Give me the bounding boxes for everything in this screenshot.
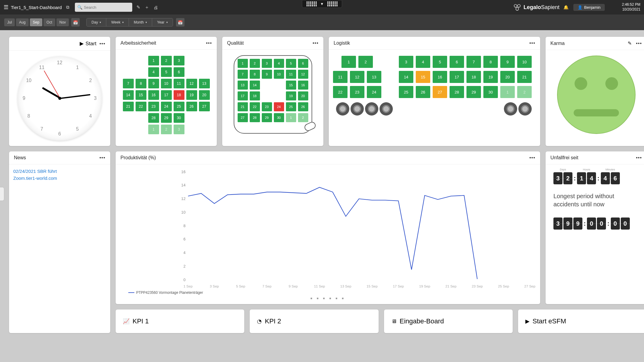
day-cell[interactable]: 13 xyxy=(199,79,210,88)
day-cell[interactable]: 18 xyxy=(250,91,260,100)
day-cell[interactable]: 10 xyxy=(161,79,172,88)
day-cell[interactable]: 16 xyxy=(148,90,159,100)
day-cell[interactable]: 16 xyxy=(298,81,308,90)
kpi-kpi-1[interactable]: 📈KPI 1 xyxy=(116,310,244,333)
day-cell[interactable]: 3 xyxy=(262,59,272,68)
day-cell[interactable]: 11 xyxy=(333,71,348,83)
day-cell[interactable]: 18 xyxy=(174,90,184,100)
card-title[interactable]: ▶ Start xyxy=(80,40,96,47)
kpi-kpi-2[interactable]: ◔KPI 2 xyxy=(250,310,378,333)
day-cell[interactable]: 30 xyxy=(483,86,498,98)
month-oct[interactable]: Oct xyxy=(43,18,55,26)
day-cell[interactable]: 9 xyxy=(262,70,272,79)
day-cell[interactable]: 17 xyxy=(238,91,248,100)
month-sep[interactable]: Sep xyxy=(30,18,42,26)
day-cell[interactable]: 1 xyxy=(238,59,248,68)
day-cell[interactable]: 29 xyxy=(262,113,272,122)
chart-pager[interactable]: ■ ■ ■ ■ ■ ■ xyxy=(120,295,536,300)
day-cell[interactable]: 4 xyxy=(148,67,159,77)
side-drawer-handle[interactable] xyxy=(0,187,4,201)
day-cell[interactable]: 1 xyxy=(148,125,159,134)
day-cell[interactable]: 24 xyxy=(274,102,284,111)
day-cell[interactable]: 17 xyxy=(450,71,464,83)
day-cell[interactable]: 1 xyxy=(286,113,296,122)
day-cell[interactable]: 27 xyxy=(238,113,248,122)
day-cell[interactable]: 25 xyxy=(174,102,184,111)
kpi-eingabe-board[interactable]: 🖥Eingabe-Board xyxy=(384,310,513,333)
day-cell[interactable]: 23 xyxy=(262,102,272,111)
day-cell[interactable]: 23 xyxy=(148,102,159,111)
card-menu-icon[interactable]: ••• xyxy=(529,155,535,160)
card-menu-icon[interactable]: ••• xyxy=(529,40,535,46)
day-cell[interactable]: 6 xyxy=(450,56,464,68)
day-cell[interactable]: 15 xyxy=(286,81,296,90)
day-cell[interactable]: 5 xyxy=(286,59,296,68)
day-cell[interactable]: 30 xyxy=(274,113,284,122)
calendar-icon[interactable]: 📅 xyxy=(176,18,184,27)
print-icon[interactable]: 🖨 xyxy=(153,5,158,10)
day-cell[interactable]: 19 xyxy=(186,90,197,100)
day-cell[interactable]: 4 xyxy=(274,59,284,68)
center-dock[interactable]: ▼ xyxy=(302,0,342,8)
day-cell[interactable]: 25 xyxy=(399,86,413,98)
day-cell[interactable]: 19 xyxy=(483,71,498,83)
day-cell[interactable]: 20 xyxy=(500,71,515,83)
day-cell[interactable]: 27 xyxy=(433,86,447,98)
day-cell[interactable]: 1 xyxy=(341,56,356,68)
day-cell[interactable]: 21 xyxy=(517,71,532,83)
day-cell[interactable]: 9 xyxy=(500,56,515,68)
day-cell[interactable]: 2 xyxy=(358,56,373,68)
day-cell[interactable]: 10 xyxy=(274,70,284,79)
day-cell[interactable]: 24 xyxy=(161,102,172,111)
month-nov[interactable]: Nov xyxy=(56,18,69,26)
day-cell[interactable]: 26 xyxy=(416,86,430,98)
search-input[interactable] xyxy=(75,3,132,12)
day-cell[interactable]: 21 xyxy=(123,102,134,111)
day-cell[interactable]: 25 xyxy=(286,102,296,111)
day-cell[interactable]: 2 xyxy=(161,56,172,65)
news-link[interactable]: 02/24/2021 SBR führt xyxy=(13,169,106,174)
calendar-icon[interactable]: 📅 xyxy=(71,18,80,27)
day-cell[interactable]: 14 xyxy=(250,81,260,90)
day-cell[interactable]: 6 xyxy=(174,67,184,77)
day-cell[interactable]: 11 xyxy=(174,79,184,88)
news-link[interactable]: Zoom.tier1-world.com xyxy=(13,176,106,181)
day-cell[interactable]: 19 xyxy=(286,91,296,100)
day-cell[interactable]: 16 xyxy=(433,71,447,83)
day-cell[interactable]: 20 xyxy=(199,90,210,100)
card-menu-icon[interactable]: ••• xyxy=(99,155,105,160)
day-cell[interactable]: 26 xyxy=(186,102,197,111)
day-cell[interactable]: 7 xyxy=(238,70,248,79)
day-cell[interactable]: 12 xyxy=(186,79,197,88)
month-aug[interactable]: Aug xyxy=(16,18,28,26)
day-cell[interactable]: 22 xyxy=(136,102,146,111)
day-cell[interactable]: 3 xyxy=(174,56,184,65)
day-cell[interactable]: 1 xyxy=(148,56,159,65)
day-cell[interactable]: 3 xyxy=(174,125,184,134)
day-cell[interactable]: 12 xyxy=(298,70,308,79)
day-cell[interactable]: 14 xyxy=(123,90,134,100)
day-cell[interactable]: 13 xyxy=(238,81,248,90)
day-cell[interactable]: 7 xyxy=(466,56,481,68)
day-cell[interactable]: 2 xyxy=(517,86,532,98)
period-day[interactable]: Day ▾ xyxy=(87,18,106,26)
day-cell[interactable]: 28 xyxy=(250,113,260,122)
day-cell[interactable]: 3 xyxy=(399,56,413,68)
edit-icon[interactable]: ✎ xyxy=(136,5,140,10)
day-cell[interactable]: 6 xyxy=(298,59,308,68)
period-month[interactable]: Month ▾ xyxy=(129,18,152,26)
day-cell[interactable]: 15 xyxy=(136,90,146,100)
month-jul[interactable]: Jul xyxy=(4,18,15,26)
day-cell[interactable]: 2 xyxy=(161,125,172,134)
day-cell[interactable]: 2 xyxy=(298,113,308,122)
day-cell[interactable]: 1 xyxy=(500,86,515,98)
kpi-start-esfm[interactable]: ▶Start eSFM xyxy=(518,310,644,333)
day-cell[interactable]: 26 xyxy=(298,102,308,111)
day-cell[interactable]: 8 xyxy=(250,70,260,79)
day-cell[interactable]: 22 xyxy=(333,86,348,98)
day-cell[interactable]: 21 xyxy=(238,102,248,111)
menu-icon[interactable]: ☰ xyxy=(4,4,8,11)
edit-icon[interactable]: ✎ xyxy=(628,40,632,46)
period-week[interactable]: Week ▾ xyxy=(106,18,129,26)
day-cell[interactable]: 2 xyxy=(250,59,260,68)
